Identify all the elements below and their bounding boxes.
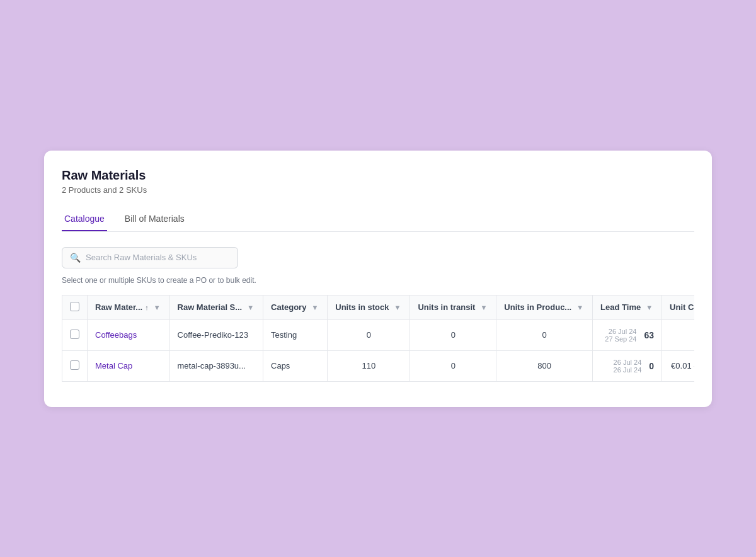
row1-units-production: 0 <box>496 319 593 350</box>
row1-units-transit: 0 <box>410 319 496 350</box>
search-icon: 🔍 <box>70 253 81 263</box>
th-units-production: Units in Produc... ▼ <box>496 295 593 319</box>
row1-checkbox[interactable] <box>70 330 79 339</box>
row2-units-transit: 0 <box>410 350 496 381</box>
row2-unit-cost: €0.01 - €0.02 <box>662 350 694 381</box>
sort-asc-icon[interactable]: ↑ <box>145 304 149 311</box>
search-input[interactable] <box>86 253 230 262</box>
select-all-checkbox[interactable] <box>70 302 79 311</box>
th-checkbox <box>62 295 88 319</box>
row2-lead-time-dates: 26 Jul 24 26 Jul 24 <box>614 359 642 374</box>
th-category: Category ▼ <box>263 295 328 319</box>
row2-category: Caps <box>263 350 328 381</box>
th-units-stock: Units in stock ▼ <box>328 295 410 319</box>
row2-checkbox-cell <box>62 350 88 381</box>
page-title: Raw Materials <box>62 168 694 183</box>
th-lead-time: Lead Time ▼ <box>593 295 662 319</box>
row2-lead-time-num: 0 <box>649 361 654 371</box>
table-header-row: Raw Mater... ↑ ▼ Raw Material S... ▼ <box>62 295 695 319</box>
filter-category-btn[interactable]: ▼ <box>310 304 319 311</box>
row2-sku: metal-cap-3893u... <box>169 350 263 381</box>
row1-lead-time-num: 63 <box>644 330 654 340</box>
search-wrapper: 🔍 <box>62 247 238 268</box>
th-raw-material: Raw Mater... ↑ ▼ <box>88 295 170 319</box>
tab-bill-of-materials[interactable]: Bill of Materials <box>122 207 187 231</box>
materials-table: Raw Mater... ↑ ▼ Raw Material S... ▼ <box>62 295 694 382</box>
row2-checkbox[interactable] <box>70 360 79 370</box>
tabs-bar: Catalogue Bill of Materials <box>62 207 694 232</box>
row1-units-stock: 0 <box>328 319 410 350</box>
row2-units-production: 800 <box>496 350 593 381</box>
filter-units-transit-btn[interactable]: ▼ <box>479 304 488 311</box>
page-subtitle: 2 Products and 2 SKUs <box>62 185 694 195</box>
filter-units-stock-btn[interactable]: ▼ <box>393 304 403 311</box>
th-raw-material-sku: Raw Material S... ▼ <box>169 295 263 319</box>
row1-lead-time-dates: 26 Jul 24 27 Sep 24 <box>605 328 636 343</box>
filter-raw-material-btn[interactable]: ▼ <box>152 304 162 311</box>
table-row: Coffeebags Coffee-Prediko-123 Testing 0 … <box>62 319 695 350</box>
main-card: Raw Materials 2 Products and 2 SKUs Cata… <box>44 151 712 407</box>
th-units-transit: Units in transit ▼ <box>410 295 496 319</box>
th-unit-cost: Unit Cost ▼ <box>662 295 694 319</box>
row2-raw-material: Metal Cap <box>88 350 170 381</box>
helper-text: Select one or multiple SKUs to create a … <box>62 276 694 285</box>
row2-units-stock: 110 <box>328 350 410 381</box>
row1-lead-time: 26 Jul 24 27 Sep 24 63 <box>593 319 662 350</box>
row2-lead-time: 26 Jul 24 26 Jul 24 0 <box>593 350 662 381</box>
table-wrapper: Raw Mater... ↑ ▼ Raw Material S... ▼ <box>62 295 694 382</box>
tab-catalogue[interactable]: Catalogue <box>62 207 107 231</box>
table-row: Metal Cap metal-cap-3893u... Caps 110 0 … <box>62 350 695 381</box>
filter-lead-time-btn[interactable]: ▼ <box>644 304 654 311</box>
row1-checkbox-cell <box>62 319 88 350</box>
row1-unit-cost: £50 <box>662 319 694 350</box>
filter-units-production-btn[interactable]: ▼ <box>575 304 585 311</box>
row1-sku: Coffee-Prediko-123 <box>169 319 263 350</box>
row1-material-link[interactable]: Coffeebags <box>95 330 137 340</box>
row1-raw-material: Coffeebags <box>88 319 170 350</box>
row1-category: Testing <box>263 319 328 350</box>
filter-sku-btn[interactable]: ▼ <box>246 304 255 311</box>
row2-material-link[interactable]: Metal Cap <box>95 361 132 370</box>
